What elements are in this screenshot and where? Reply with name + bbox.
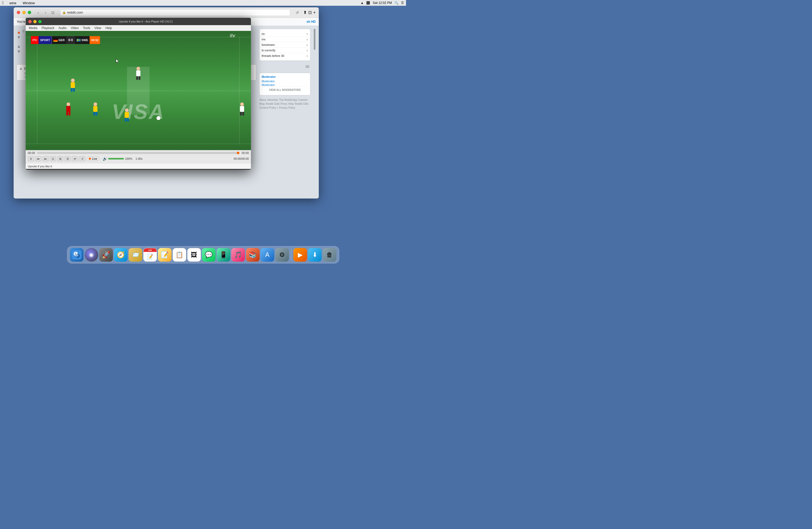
dock-music[interactable]: 🎵 bbox=[231, 248, 245, 262]
player-leg-r2 bbox=[73, 88, 75, 92]
dock-siri[interactable]: ◉ bbox=[85, 248, 98, 262]
sidebar-section-ms[interactable]: ms ∨ bbox=[262, 36, 308, 42]
vlc-video[interactable]: VISA ITV SPORT GER 0-0 SWE 00:52 itv bbox=[26, 31, 251, 150]
dock-downloads[interactable]: ⬇ bbox=[308, 248, 322, 262]
dock-trash[interactable]: 🗑 bbox=[323, 248, 336, 262]
downvote-icon[interactable]: ▼ bbox=[17, 35, 21, 40]
share-icon[interactable]: ⬆ bbox=[303, 10, 307, 15]
dock-messages[interactable]: 💬 bbox=[202, 248, 216, 262]
footer-reddit-gifts[interactable]: Reddit Gifts bbox=[295, 102, 308, 105]
menubar-control-icon[interactable]: ☰ bbox=[401, 1, 404, 5]
vlc-prev-button[interactable]: ⏮ bbox=[35, 156, 41, 161]
vlc-chapter-button[interactable]: ⊞ bbox=[57, 156, 63, 161]
vlc-speed[interactable]: 1.00x bbox=[135, 157, 143, 160]
menubar-window[interactable]: Window bbox=[21, 1, 37, 5]
minimize-button[interactable] bbox=[22, 11, 26, 14]
footer-reddit-app[interactable]: The Reddit App bbox=[279, 99, 297, 101]
menubar-app-name[interactable]: wine bbox=[8, 1, 18, 5]
footer-blog[interactable]: Blog bbox=[259, 102, 264, 105]
close-button[interactable] bbox=[17, 11, 20, 14]
address-bar[interactable]: 🔒 reddit.com bbox=[60, 9, 290, 16]
upvote-icon[interactable]: ▲ bbox=[17, 30, 21, 34]
dock-finder[interactable]: :) bbox=[70, 248, 84, 262]
footer-about[interactable]: About bbox=[259, 99, 266, 101]
footer-privacy-policy[interactable]: Privacy Policy bbox=[279, 106, 295, 109]
scrollbar-thumb[interactable] bbox=[314, 29, 315, 50]
back-button[interactable]: ‹ bbox=[35, 10, 41, 15]
upvote-icon-2[interactable]: ▲ bbox=[17, 44, 21, 49]
dock-reminders[interactable]: 📋 bbox=[173, 248, 186, 262]
vlc-menu-help[interactable]: Help bbox=[104, 26, 113, 30]
sidebar-section-livestream[interactable]: livestream ∨ bbox=[262, 42, 308, 48]
vlc-menu-playback[interactable]: Playback bbox=[40, 26, 56, 30]
vlc-play-button[interactable]: ⏸ bbox=[28, 156, 34, 161]
sidebar-ms-chevron: ∨ bbox=[306, 38, 308, 41]
vlc-progress-bar[interactable] bbox=[37, 152, 240, 154]
apple-menu[interactable]:  bbox=[2, 1, 4, 5]
vlc-live-button[interactable]: Live bbox=[86, 156, 100, 161]
mail-icon[interactable]: ✉ bbox=[305, 64, 309, 69]
vlc-menu-video[interactable]: Video bbox=[69, 26, 80, 30]
score-itv-label: ITV bbox=[31, 36, 39, 44]
vlc-menu-audio[interactable]: Audio bbox=[57, 26, 68, 30]
vlc-menu-tools[interactable]: Tools bbox=[82, 26, 92, 30]
footer-reddit-gold[interactable]: Reddit Gold bbox=[265, 102, 279, 105]
vlc-menu-media[interactable]: Media bbox=[27, 26, 39, 30]
sidebar-section-ns[interactable]: ns ∨ bbox=[262, 31, 308, 36]
new-tab-icon[interactable]: ⊡ bbox=[308, 10, 312, 15]
add-tab-icon[interactable]: + bbox=[313, 10, 316, 15]
vlc-random-button[interactable]: ⇌ bbox=[72, 156, 78, 161]
reload-button[interactable]: ↺ bbox=[294, 10, 300, 15]
footer-careers[interactable]: Careers bbox=[298, 99, 308, 101]
forward-button[interactable]: › bbox=[43, 10, 48, 15]
vlc-end-time: 00:00 bbox=[242, 151, 249, 155]
vlc-next-button[interactable]: ⏭ bbox=[42, 156, 49, 161]
dock-notes[interactable]: 📝 bbox=[158, 248, 172, 262]
player-head-3 bbox=[93, 102, 97, 106]
player-leg-r6 bbox=[242, 112, 244, 116]
sidebar-section-threads[interactable]: threads before 30 ∨ bbox=[262, 53, 308, 58]
vlc-btn-row: ⏸ ⏮ ⏭ ⊡ ⊞ ☰ ⇌ ↺ Live 🔊 bbox=[26, 156, 251, 162]
upvote-deleted[interactable]: ▲ bbox=[19, 66, 23, 71]
svg-text::): :) bbox=[74, 252, 76, 255]
tab-view-button[interactable]: ⊡ bbox=[50, 10, 56, 15]
dock-rocket[interactable]: 🚀 bbox=[99, 248, 113, 262]
maximize-button[interactable] bbox=[28, 11, 31, 14]
view-all-mods[interactable]: VIEW ALL MODERATORS bbox=[262, 87, 308, 93]
vlc-volume-bar[interactable] bbox=[108, 158, 124, 160]
vlc-fullscreen-button[interactable]: ⊡ bbox=[50, 156, 56, 161]
menubar:  wine Window ▲ ⬛ Sat 12:02 PM 🔍 ☰ bbox=[0, 0, 406, 6]
footer-help[interactable]: Help bbox=[288, 102, 294, 105]
vlc-maximize-button[interactable] bbox=[38, 20, 42, 23]
dock-system-preferences[interactable]: ⚙ bbox=[275, 248, 289, 262]
sidebar-section-correctly[interactable]: ls correctly ∨ bbox=[262, 48, 308, 53]
menubar-wifi-icon: ▲ bbox=[360, 1, 364, 5]
footer-content-policy[interactable]: Content Policy bbox=[259, 106, 276, 109]
dock-books[interactable]: 📚 bbox=[246, 248, 260, 262]
volume-icon[interactable]: 🔊 bbox=[103, 157, 107, 161]
mod-item-2[interactable]: Moderator bbox=[262, 83, 308, 87]
vlc-playlist-button[interactable]: ☰ bbox=[64, 156, 71, 161]
dock-facetime[interactable]: 📱 bbox=[217, 248, 230, 262]
dock-safari[interactable]: 🧭 bbox=[114, 248, 128, 262]
vlc-minimize-button[interactable] bbox=[33, 20, 37, 23]
vlc-progress-dot bbox=[237, 152, 240, 154]
vlc-close-button[interactable] bbox=[28, 20, 32, 23]
vlc-menu-view[interactable]: View bbox=[93, 26, 103, 30]
menubar-search-icon[interactable]: 🔍 bbox=[394, 1, 398, 5]
scrollbar[interactable] bbox=[314, 29, 316, 195]
downvote-icon-2[interactable]: ▼ bbox=[17, 49, 21, 54]
dock-photos[interactable]: 🖼 bbox=[187, 248, 201, 262]
vlc-loop-button[interactable]: ↺ bbox=[79, 156, 85, 161]
vlc-controls: 00:00 00:00 ⏸ ⏮ ⏭ ⊡ ⊞ ☰ ⇌ ↺ bbox=[26, 150, 251, 163]
player-leg-l2 bbox=[71, 88, 73, 92]
footer-press[interactable]: Press bbox=[280, 102, 287, 105]
player-body-2 bbox=[71, 82, 75, 88]
dock-appstore[interactable]: A bbox=[261, 248, 274, 262]
mod-item-1[interactable]: Moderator bbox=[262, 79, 308, 83]
dock-send[interactable]: 📨 bbox=[129, 248, 142, 262]
dock-vlc[interactable]: ▶ bbox=[293, 248, 307, 262]
dock-calendar[interactable]: JUN 📝 bbox=[143, 248, 157, 262]
vlc-current-time: 00:00 bbox=[28, 151, 35, 155]
footer-advertise[interactable]: Advertise bbox=[267, 99, 278, 101]
